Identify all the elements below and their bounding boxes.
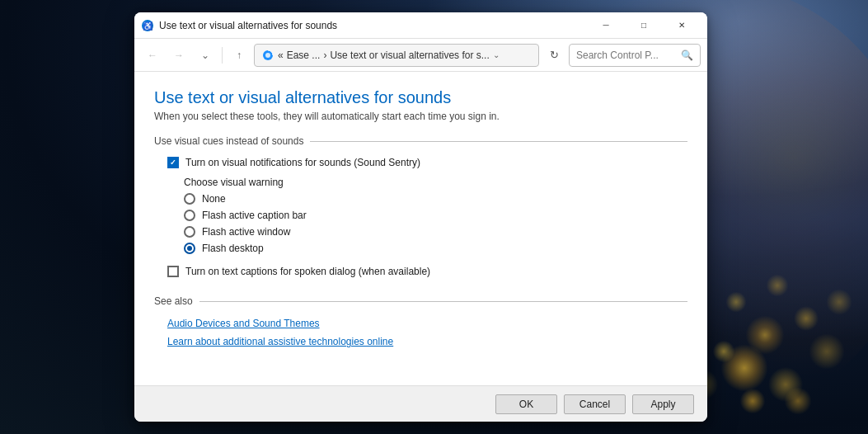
footer: OK Cancel Apply: [134, 385, 707, 422]
see-also-divider-line: [199, 301, 687, 302]
address-chevron-icon: ⌄: [493, 50, 500, 59]
sound-sentry-checkbox[interactable]: ✓: [167, 157, 179, 168]
minimize-button[interactable]: ─: [587, 12, 625, 39]
title-bar: ♿ Use text or visual alternatives for so…: [134, 12, 707, 39]
see-also-header: See also: [154, 295, 687, 307]
page-subtitle: When you select these tools, they will a…: [154, 111, 687, 122]
radio-active-window-label: Flash active window: [202, 226, 290, 238]
checkmark-icon: ✓: [170, 158, 176, 167]
navigation-bar: ← → ⌄ ↑ « Ease ... › Use text or visual …: [134, 39, 707, 72]
dropdown-icon: ⌄: [201, 50, 209, 61]
apply-button[interactable]: Apply: [632, 394, 694, 414]
refresh-button[interactable]: ↻: [542, 44, 565, 67]
up-icon: ↑: [237, 50, 242, 61]
nav-separator: [222, 47, 223, 64]
radio-none[interactable]: [184, 193, 195, 205]
section-divider-line: [310, 141, 687, 142]
address-prefix: «: [278, 50, 284, 61]
text-captions-checkbox[interactable]: [167, 266, 179, 277]
forward-icon: →: [174, 50, 184, 61]
control-panel-icon: [261, 49, 274, 62]
content-area: Use text or visual alternatives for soun…: [134, 72, 707, 385]
ok-button[interactable]: OK: [495, 394, 557, 414]
radio-active-window-row[interactable]: Flash active window: [184, 226, 687, 238]
sound-sentry-label: Turn on visual notifications for sounds …: [185, 157, 420, 168]
up-button[interactable]: ↑: [228, 44, 251, 67]
address-separator: ›: [323, 50, 326, 61]
address-ease-label: Ease ...: [287, 50, 321, 61]
radio-caption-bar[interactable]: [184, 210, 195, 221]
visual-warning-group: Choose visual warning None Flash active …: [184, 177, 687, 259]
sound-sentry-row[interactable]: ✓ Turn on visual notifications for sound…: [167, 157, 687, 168]
search-input[interactable]: [576, 50, 678, 61]
cancel-button[interactable]: Cancel: [564, 394, 626, 414]
see-also-section: See also Audio Devices and Sound Themes …: [154, 295, 687, 351]
audio-devices-link[interactable]: Audio Devices and Sound Themes: [167, 318, 320, 329]
page-title: Use text or visual alternatives for soun…: [154, 88, 687, 107]
radio-active-window[interactable]: [184, 226, 195, 238]
radio-flash-desktop-row[interactable]: Flash desktop: [184, 243, 687, 254]
audio-devices-link-row: Audio Devices and Sound Themes: [167, 315, 687, 330]
svg-point-3: [265, 53, 270, 58]
radio-flash-desktop-label: Flash desktop: [202, 243, 264, 254]
visual-cues-label: Use visual cues instead of sounds: [154, 135, 303, 147]
dropdown-button[interactable]: ⌄: [194, 44, 217, 67]
radio-none-row[interactable]: None: [184, 193, 687, 205]
radio-none-label: None: [202, 193, 226, 205]
refresh-icon: ↻: [550, 49, 559, 61]
radio-caption-bar-row[interactable]: Flash active caption bar: [184, 210, 687, 221]
svg-text:♿: ♿: [143, 21, 153, 31]
choose-warning-label: Choose visual warning: [184, 177, 687, 188]
radio-caption-bar-label: Flash active caption bar: [202, 210, 307, 221]
dialog-icon: ♿: [141, 19, 154, 32]
search-box[interactable]: 🔍: [569, 44, 701, 67]
radio-flash-desktop[interactable]: [184, 243, 195, 254]
visual-cues-section-header: Use visual cues instead of sounds: [154, 135, 687, 147]
search-icon: 🔍: [681, 50, 693, 61]
title-bar-buttons: ─ □ ✕: [587, 12, 701, 39]
maximize-button[interactable]: □: [625, 12, 663, 39]
text-captions-label: Turn on text captions for spoken dialog …: [185, 266, 430, 277]
back-icon: ←: [148, 50, 157, 61]
close-button[interactable]: ✕: [663, 12, 701, 39]
address-bar[interactable]: « Ease ... › Use text or visual alternat…: [254, 44, 539, 67]
learn-more-link-row: Learn about additional assistive technol…: [167, 333, 687, 348]
dialog-window: ♿ Use text or visual alternatives for so…: [134, 12, 707, 422]
address-page: Use text or visual alternatives for s...: [330, 50, 489, 61]
radio-selected-indicator: [187, 246, 192, 251]
back-button[interactable]: ←: [141, 44, 164, 67]
learn-more-link[interactable]: Learn about additional assistive technol…: [167, 336, 393, 347]
text-captions-row[interactable]: Turn on text captions for spoken dialog …: [167, 266, 687, 277]
see-also-label: See also: [154, 295, 193, 307]
dialog-title: Use text or visual alternatives for soun…: [159, 20, 587, 31]
forward-button[interactable]: →: [167, 44, 190, 67]
